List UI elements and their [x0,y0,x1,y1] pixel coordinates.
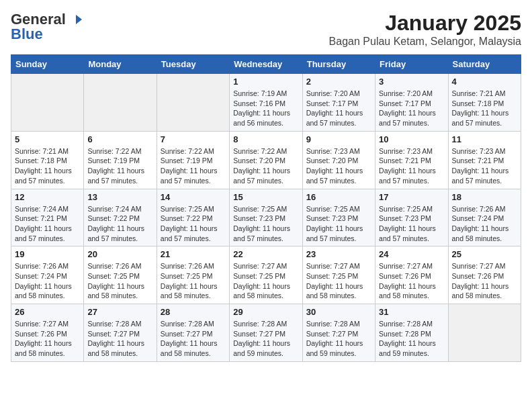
day-number: 3 [379,77,444,87]
daylight-text: Daylight: 11 hours and 57 minutes. [15,224,80,243]
sunrise-text: Sunrise: 7:20 AM [306,89,371,99]
page-header: General Blue January 2025 Bagan Pulau Ke… [11,11,521,48]
day-info: Sunrise: 7:28 AMSunset: 7:27 PMDaylight:… [233,319,298,359]
week-row-1: 1Sunrise: 7:19 AMSunset: 7:16 PMDaylight… [11,74,521,132]
sunset-text: Sunset: 7:23 PM [379,214,444,224]
day-number: 6 [87,134,152,144]
day-number: 22 [233,249,298,259]
svg-marker-0 [67,15,82,24]
sunset-text: Sunset: 7:25 PM [161,271,226,281]
daylight-text: Daylight: 11 hours and 58 minutes. [306,281,371,301]
day-info: Sunrise: 7:27 AMSunset: 7:26 PMDaylight:… [15,319,80,359]
sunrise-text: Sunrise: 7:28 AM [379,319,444,329]
sunrise-text: Sunrise: 7:22 AM [87,146,152,156]
sunrise-text: Sunrise: 7:26 AM [452,204,517,214]
sunrise-text: Sunrise: 7:21 AM [452,89,517,99]
sunset-text: Sunset: 7:25 PM [233,271,298,281]
day-cell: 29Sunrise: 7:28 AMSunset: 7:27 PMDayligh… [230,304,302,362]
daylight-text: Daylight: 11 hours and 57 minutes. [233,224,298,243]
weekday-header-wednesday: Wednesday [230,55,302,74]
day-cell: 11Sunrise: 7:23 AMSunset: 7:21 PMDayligh… [448,131,521,189]
daylight-text: Daylight: 11 hours and 57 minutes. [379,166,444,185]
daylight-text: Daylight: 11 hours and 57 minutes. [452,166,517,185]
sunrise-text: Sunrise: 7:28 AM [233,319,298,329]
sunrise-text: Sunrise: 7:22 AM [233,146,298,156]
day-info: Sunrise: 7:22 AMSunset: 7:19 PMDaylight:… [161,146,226,186]
day-cell: 4Sunrise: 7:21 AMSunset: 7:18 PMDaylight… [448,74,521,132]
weekday-header-saturday: Saturday [448,55,521,74]
daylight-text: Daylight: 11 hours and 58 minutes. [161,338,226,358]
sunrise-text: Sunrise: 7:24 AM [15,204,80,214]
day-number: 13 [87,192,152,202]
sunset-text: Sunset: 7:23 PM [233,214,298,224]
sunset-text: Sunset: 7:19 PM [161,156,226,166]
day-info: Sunrise: 7:28 AMSunset: 7:28 PMDaylight:… [379,319,444,359]
sunset-text: Sunset: 7:28 PM [379,329,444,339]
day-cell: 1Sunrise: 7:19 AMSunset: 7:16 PMDaylight… [230,74,302,132]
logo-icon [67,13,82,26]
day-cell: 12Sunrise: 7:24 AMSunset: 7:21 PMDayligh… [11,189,84,246]
day-info: Sunrise: 7:21 AMSunset: 7:18 PMDaylight:… [15,146,80,186]
day-info: Sunrise: 7:27 AMSunset: 7:25 PMDaylight:… [233,261,298,301]
sunset-text: Sunset: 7:27 PM [87,329,152,339]
calendar-table: SundayMondayTuesdayWednesdayThursdayFrid… [11,54,521,362]
daylight-text: Daylight: 11 hours and 57 minutes. [306,166,371,185]
daylight-text: Daylight: 11 hours and 59 minutes. [379,338,444,358]
week-row-5: 26Sunrise: 7:27 AMSunset: 7:26 PMDayligh… [11,304,521,362]
sunrise-text: Sunrise: 7:27 AM [233,261,298,271]
sunset-text: Sunset: 7:22 PM [87,214,152,224]
sunrise-text: Sunrise: 7:20 AM [379,89,444,99]
daylight-text: Daylight: 11 hours and 57 minutes. [452,108,517,128]
day-number: 26 [15,307,80,317]
day-number: 2 [306,77,371,87]
sunset-text: Sunset: 7:19 PM [87,156,152,166]
day-cell: 27Sunrise: 7:28 AMSunset: 7:27 PMDayligh… [84,304,157,362]
day-cell: 8Sunrise: 7:22 AMSunset: 7:20 PMDaylight… [230,131,302,189]
day-cell [84,74,157,132]
day-number: 27 [87,307,152,317]
day-number: 12 [15,192,80,202]
sunset-text: Sunset: 7:17 PM [306,99,371,109]
day-cell: 13Sunrise: 7:24 AMSunset: 7:22 PMDayligh… [84,189,157,246]
sunset-text: Sunset: 7:27 PM [233,329,298,339]
day-cell: 7Sunrise: 7:22 AMSunset: 7:19 PMDaylight… [157,131,229,189]
calendar-body: 1Sunrise: 7:19 AMSunset: 7:16 PMDaylight… [11,74,521,362]
sunrise-text: Sunrise: 7:28 AM [87,319,152,329]
sunrise-text: Sunrise: 7:27 AM [452,261,517,271]
sunset-text: Sunset: 7:27 PM [161,329,226,339]
title-block: January 2025 Bagan Pulau Ketam, Selangor… [329,11,521,48]
daylight-text: Daylight: 11 hours and 58 minutes. [87,338,152,358]
daylight-text: Daylight: 11 hours and 57 minutes. [87,166,152,185]
day-number: 19 [15,249,80,259]
sunset-text: Sunset: 7:26 PM [452,271,517,281]
day-info: Sunrise: 7:28 AMSunset: 7:27 PMDaylight:… [161,319,226,359]
day-cell [448,304,521,362]
day-info: Sunrise: 7:27 AMSunset: 7:25 PMDaylight:… [306,261,371,301]
day-info: Sunrise: 7:27 AMSunset: 7:26 PMDaylight:… [452,261,517,301]
day-cell: 23Sunrise: 7:27 AMSunset: 7:25 PMDayligh… [302,246,375,304]
day-number: 15 [233,192,298,202]
sunset-text: Sunset: 7:26 PM [15,329,80,339]
day-number: 18 [452,192,517,202]
page-title: January 2025 [329,11,521,36]
sunrise-text: Sunrise: 7:28 AM [306,319,371,329]
sunrise-text: Sunrise: 7:27 AM [306,261,371,271]
day-info: Sunrise: 7:20 AMSunset: 7:17 PMDaylight:… [379,89,444,128]
daylight-text: Daylight: 11 hours and 58 minutes. [15,281,80,301]
daylight-text: Daylight: 11 hours and 57 minutes. [233,166,298,185]
daylight-text: Daylight: 11 hours and 58 minutes. [233,281,298,301]
day-number: 29 [233,307,298,317]
day-cell: 3Sunrise: 7:20 AMSunset: 7:17 PMDaylight… [375,74,448,132]
sunset-text: Sunset: 7:17 PM [379,99,444,109]
day-info: Sunrise: 7:27 AMSunset: 7:26 PMDaylight:… [379,261,444,301]
sunrise-text: Sunrise: 7:28 AM [161,319,226,329]
day-info: Sunrise: 7:23 AMSunset: 7:21 PMDaylight:… [379,146,444,186]
sunset-text: Sunset: 7:23 PM [306,214,371,224]
sunrise-text: Sunrise: 7:27 AM [379,261,444,271]
day-number: 10 [379,134,444,144]
sunset-text: Sunset: 7:16 PM [233,99,298,109]
sunrise-text: Sunrise: 7:26 AM [15,261,80,271]
sunrise-text: Sunrise: 7:25 AM [379,204,444,214]
sunset-text: Sunset: 7:27 PM [306,329,371,339]
day-number: 23 [306,249,371,259]
